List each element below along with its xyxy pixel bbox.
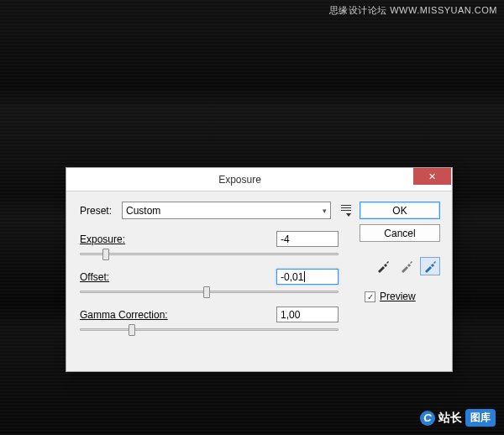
slider-track: [80, 328, 339, 331]
preview-label[interactable]: Preview: [380, 291, 416, 302]
offset-value: -0,01: [281, 271, 303, 283]
slider-thumb[interactable]: [129, 324, 135, 336]
eyedropper-row: [360, 257, 440, 275]
watermark-bottom: C 站长 图库: [420, 409, 496, 427]
watermark-text1: 站长: [438, 411, 462, 426]
chevron-down-icon: ▾: [323, 207, 327, 215]
preview-row: ✓ Preview: [360, 291, 440, 302]
offset-input[interactable]: -0,01: [276, 269, 339, 285]
gamma-input[interactable]: 1,00: [276, 307, 339, 322]
offset-group: Offset: -0,01: [80, 269, 339, 298]
close-button[interactable]: ✕: [413, 168, 451, 185]
offset-label[interactable]: Offset:: [80, 271, 109, 283]
preset-menu-icon[interactable]: [338, 205, 351, 217]
preset-label: Preset:: [80, 205, 115, 217]
exposure-group: Exposure: -4: [80, 231, 339, 260]
preset-value: Custom: [126, 205, 160, 217]
cancel-button[interactable]: Cancel: [360, 224, 440, 242]
watermark-logo-icon: C: [420, 411, 435, 426]
watermark-top: 思缘设计论坛 WWW.MISSYUAN.COM: [329, 4, 497, 17]
exposure-input[interactable]: -4: [276, 231, 339, 247]
slider-track: [80, 253, 339, 255]
text-cursor: [304, 271, 305, 282]
right-panel: OK Cancel ✓ Preview: [360, 202, 440, 344]
exposure-dialog: Exposure ✕ Preset: Custom ▾ Exposure:: [66, 167, 453, 372]
preview-checkbox[interactable]: ✓: [365, 291, 375, 302]
preset-select[interactable]: Custom ▾: [122, 202, 331, 219]
exposure-label[interactable]: Exposure:: [80, 233, 125, 245]
gamma-group: Gamma Correction: 1,00: [80, 307, 339, 336]
eyedropper-black-icon[interactable]: [373, 257, 393, 275]
exposure-slider[interactable]: [80, 249, 339, 260]
close-icon: ✕: [428, 171, 436, 182]
slider-thumb[interactable]: [102, 249, 109, 260]
ok-button[interactable]: OK: [360, 202, 440, 219]
eyedropper-gray-icon[interactable]: [396, 257, 417, 275]
eyedropper-white-icon[interactable]: [420, 257, 440, 275]
offset-slider[interactable]: [80, 286, 339, 298]
watermark-badge: 图库: [465, 409, 496, 427]
dialog-body: Preset: Custom ▾ Exposure: -4: [66, 191, 452, 353]
slider-thumb[interactable]: [203, 286, 210, 298]
preset-row: Preset: Custom ▾: [80, 202, 351, 219]
gamma-label[interactable]: Gamma Correction:: [80, 309, 168, 321]
titlebar[interactable]: Exposure ✕: [66, 168, 452, 191]
dialog-title: Exposure: [66, 174, 413, 186]
left-panel: Preset: Custom ▾ Exposure: -4: [80, 202, 351, 344]
gamma-slider[interactable]: [80, 324, 339, 336]
